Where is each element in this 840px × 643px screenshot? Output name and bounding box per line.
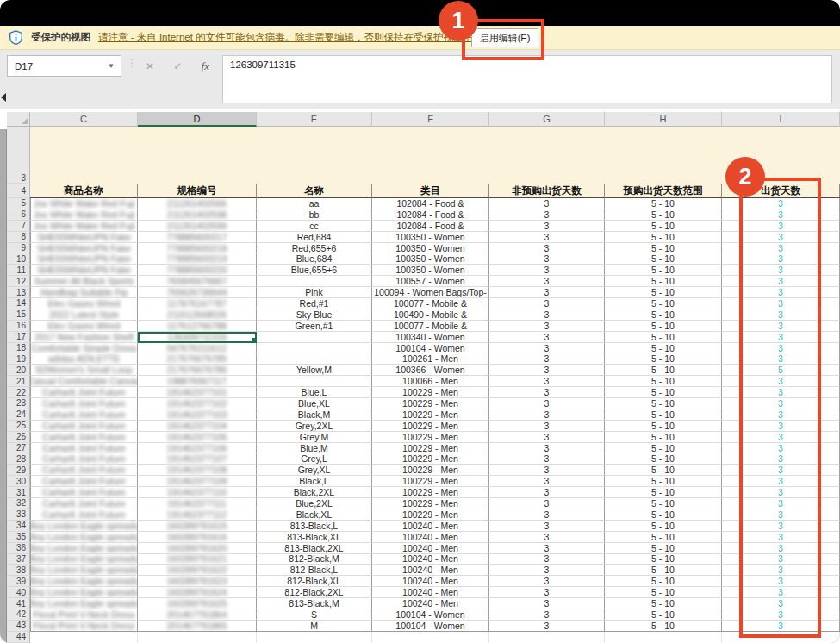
cell-D16[interactable]: 117612766788 bbox=[138, 321, 257, 332]
cell-H26[interactable]: 5 - 10 bbox=[605, 432, 722, 443]
cell-D27[interactable]: 191462377106 bbox=[138, 443, 257, 454]
row-header-5[interactable]: 5 bbox=[7, 198, 30, 209]
cell-C29[interactable]: Carhartt Joint Future bbox=[30, 465, 138, 476]
cell-F30[interactable]: 100229 - Men bbox=[372, 476, 489, 487]
cell-D36[interactable]: 160289791620 bbox=[138, 543, 257, 554]
cell-H30[interactable]: 5 - 10 bbox=[605, 476, 722, 487]
cell-H33[interactable]: 5 - 10 bbox=[605, 509, 722, 521]
cell-C14[interactable]: Elec Gases Wired bbox=[30, 298, 138, 309]
cell-F44[interactable] bbox=[372, 632, 489, 643]
cell-C24[interactable]: Carhartt Joint Future bbox=[30, 409, 138, 421]
cell-D40[interactable]: 160289791624 bbox=[138, 587, 257, 598]
cell-G29[interactable]: 3 bbox=[489, 465, 605, 476]
cell-D39[interactable]: 160289791623 bbox=[138, 576, 257, 587]
row-header-8[interactable]: 8 bbox=[7, 232, 30, 243]
cell-D22[interactable]: 191462377101 bbox=[138, 387, 257, 398]
cell-C17[interactable]: 2017 New Fashion Shelf bbox=[30, 332, 138, 343]
cell-F40[interactable]: 100240 - Men bbox=[372, 587, 489, 598]
cell-E23[interactable]: Blue,XL bbox=[257, 398, 372, 409]
cell-E31[interactable]: Black,2XL bbox=[257, 487, 372, 498]
cell-G6[interactable]: 3 bbox=[489, 209, 605, 221]
cell-E38[interactable]: 812-Black,L bbox=[257, 565, 372, 576]
cell-F8[interactable]: 100350 - Women bbox=[372, 232, 489, 243]
cell-E7[interactable]: cc bbox=[257, 221, 372, 232]
cell-G7[interactable]: 3 bbox=[489, 221, 605, 232]
cell-D33[interactable]: 191462377112 bbox=[138, 509, 257, 521]
cell-H28[interactable]: 5 - 10 bbox=[605, 453, 722, 465]
cell-C25[interactable]: Carhartt Joint Future bbox=[30, 421, 138, 432]
cell-E5[interactable]: aa bbox=[257, 198, 372, 209]
row-header-36[interactable]: 36 bbox=[7, 543, 30, 554]
cell-D19[interactable]: 217676676785 bbox=[138, 353, 257, 365]
cell-E29[interactable]: Grey,XL bbox=[257, 465, 372, 476]
cell-F29[interactable]: 100229 - Men bbox=[372, 465, 489, 476]
row-header-22[interactable]: 22 bbox=[7, 387, 30, 398]
row-header-26[interactable]: 26 bbox=[7, 432, 30, 443]
row-header-19[interactable]: 19 bbox=[7, 353, 30, 365]
table-header-E[interactable]: 名称 bbox=[257, 184, 372, 198]
cell-H14[interactable]: 5 - 10 bbox=[605, 298, 722, 309]
cell-F34[interactable]: 100240 - Men bbox=[372, 521, 489, 532]
cell-G32[interactable]: 3 bbox=[489, 498, 605, 509]
cell-F38[interactable]: 100240 - Men bbox=[372, 565, 489, 576]
cell-C27[interactable]: Carhartt Joint Future bbox=[30, 443, 138, 454]
select-all-corner[interactable] bbox=[7, 112, 30, 127]
cell-F12[interactable]: 100557 - Women bbox=[372, 276, 489, 287]
cell-C33[interactable]: Carhartt Joint Future bbox=[30, 509, 138, 521]
cell-D8[interactable]: 778885600217 bbox=[138, 232, 257, 243]
cell-G9[interactable]: 3 bbox=[489, 243, 605, 254]
cell-G27[interactable]: 3 bbox=[489, 443, 605, 454]
cell-C44[interactable] bbox=[30, 632, 138, 643]
cell-H39[interactable]: 5 - 10 bbox=[605, 576, 722, 587]
formula-bar-input[interactable]: 126309711315 bbox=[222, 55, 832, 103]
cell-G12[interactable]: 3 bbox=[489, 276, 605, 287]
cell-F35[interactable]: 100240 - Men bbox=[372, 532, 489, 543]
cell-D7[interactable]: 211261402599 bbox=[138, 221, 257, 232]
cell-C38[interactable]: Boy London Eagle spreads bbox=[30, 565, 138, 576]
row-header-43[interactable]: 43 bbox=[7, 621, 30, 632]
cell-D15[interactable]: 211612668026 bbox=[138, 309, 257, 321]
cell-G36[interactable]: 3 bbox=[489, 543, 605, 554]
cell-G14[interactable]: 3 bbox=[489, 298, 605, 309]
column-header-H[interactable]: H bbox=[605, 112, 722, 127]
cell-H17[interactable]: 5 - 10 bbox=[605, 332, 722, 343]
row-header-20[interactable]: 20 bbox=[7, 365, 30, 376]
cell-E6[interactable]: bb bbox=[257, 209, 372, 221]
cell-H10[interactable]: 5 - 10 bbox=[605, 253, 722, 265]
cell-G19[interactable]: 3 bbox=[489, 353, 605, 365]
cell-D41[interactable]: 160289791625 bbox=[138, 598, 257, 609]
cell-F43[interactable]: 100104 - Women bbox=[372, 621, 489, 632]
cancel-icon[interactable]: ✕ bbox=[146, 60, 154, 72]
cell-E18[interactable] bbox=[257, 343, 372, 354]
cell-D31[interactable]: 191462377110 bbox=[138, 487, 257, 498]
cell-D32[interactable]: 191462377111 bbox=[138, 498, 257, 509]
cell-C36[interactable]: Boy London Eagle spreads bbox=[30, 543, 138, 554]
cell-F21[interactable]: 100066 - Men bbox=[372, 376, 489, 387]
table-header-D[interactable]: 规格编号 bbox=[138, 184, 257, 198]
cell-H19[interactable]: 5 - 10 bbox=[605, 353, 722, 365]
cell-C13[interactable]: Handbag Suitable Fip bbox=[30, 287, 138, 298]
cell-G26[interactable]: 3 bbox=[489, 432, 605, 443]
cell-E10[interactable]: Blue,684 bbox=[257, 253, 372, 265]
row-header-3[interactable]: 3 bbox=[7, 127, 30, 184]
cell-H29[interactable]: 5 - 10 bbox=[605, 465, 722, 476]
table-header-C[interactable]: 商品名称 bbox=[30, 184, 138, 198]
cell-H38[interactable]: 5 - 10 bbox=[605, 565, 722, 576]
cell-D23[interactable]: 191462377102 bbox=[138, 398, 257, 409]
cell-G31[interactable]: 3 bbox=[489, 487, 605, 498]
cell-E8[interactable]: Red,684 bbox=[257, 232, 372, 243]
table-header-G[interactable]: 非预购出货天数 bbox=[489, 184, 605, 198]
cell-H9[interactable]: 5 - 10 bbox=[605, 243, 722, 254]
cell-E19[interactable] bbox=[257, 353, 372, 365]
cell-H18[interactable]: 5 - 10 bbox=[605, 343, 722, 354]
cell-D13[interactable]: 765626736644 bbox=[138, 287, 257, 298]
cell-F32[interactable]: 100229 - Men bbox=[372, 498, 489, 509]
column-header-G[interactable]: G bbox=[489, 112, 605, 127]
cell-D44[interactable] bbox=[138, 632, 257, 643]
cell-C16[interactable]: Elec Gases Wired bbox=[30, 321, 138, 332]
cell-D35[interactable]: 160289791616 bbox=[138, 532, 257, 543]
cell-H32[interactable]: 5 - 10 bbox=[605, 498, 722, 509]
row-header-11[interactable]: 11 bbox=[7, 265, 30, 276]
cell-F36[interactable]: 100240 - Men bbox=[372, 543, 489, 554]
cell-D11[interactable]: 778885600220 bbox=[138, 265, 257, 276]
